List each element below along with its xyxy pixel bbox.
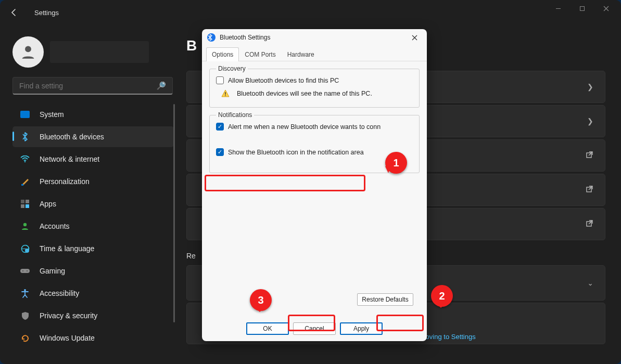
restore-defaults-button[interactable]: Restore Defaults	[357, 293, 413, 306]
svg-rect-12	[20, 269, 30, 273]
wifi-icon	[20, 154, 30, 164]
shield-icon	[20, 310, 30, 321]
notifications-legend: Notifications	[216, 111, 254, 119]
svg-point-15	[24, 289, 26, 291]
avatar	[12, 36, 44, 68]
sidebar-item-label: Network & internet	[40, 155, 99, 163]
restore-defaults: Restore Defaults	[357, 293, 413, 306]
svg-rect-20	[225, 95, 225, 96]
sidebar-item-gaming[interactable]: Gaming	[12, 261, 174, 281]
titlebar: Settings	[0, 0, 621, 25]
app-title: Settings	[34, 9, 59, 17]
svg-point-14	[27, 270, 28, 271]
chevron-right-icon: ❯	[587, 83, 593, 91]
search-icon: 🔍	[156, 81, 166, 90]
ok-button[interactable]: OK	[246, 322, 289, 335]
callout-number: 3	[258, 294, 263, 306]
sidebar-item-label: Accessibility	[40, 289, 79, 297]
svg-point-2	[25, 46, 31, 52]
open-external-icon	[586, 151, 593, 161]
sidebar-item-label: Personalization	[40, 177, 90, 186]
sidebar-item-time[interactable]: Time & language	[12, 238, 174, 259]
search-input[interactable]	[19, 82, 156, 90]
sidebar-item-accounts[interactable]: Accounts	[12, 216, 174, 237]
cancel-button[interactable]: Cancel	[293, 322, 336, 335]
allow-discovery-checkbox[interactable]: Allow Bluetooth devices to find this PC	[216, 76, 413, 84]
discovery-group: Discovery Allow Bluetooth devices to fin…	[209, 69, 420, 108]
svg-rect-5	[21, 200, 24, 203]
gamepad-icon	[20, 266, 30, 276]
sidebar-item-bluetooth[interactable]: Bluetooth & devices	[12, 126, 174, 147]
svg-rect-1	[580, 6, 584, 10]
minimize-button[interactable]	[546, 0, 570, 17]
bluetooth-icon	[20, 132, 30, 142]
checkbox-icon: ✓	[216, 148, 224, 156]
bluetooth-icon	[207, 33, 216, 42]
discovery-legend: Discovery	[216, 65, 248, 72]
checkbox-label: Alert me when a new Bluetooth device wan…	[228, 123, 381, 131]
dialog-close-button[interactable]	[407, 30, 422, 45]
chevron-right-icon: ❯	[587, 117, 593, 125]
apply-button[interactable]: Apply	[340, 322, 383, 335]
dialog-action-buttons: OK Cancel Apply	[202, 322, 427, 335]
chevron-up-icon: ⌃	[587, 279, 593, 287]
svg-point-3	[24, 161, 26, 162]
callout-1: 1	[385, 152, 407, 174]
close-button[interactable]	[594, 0, 618, 17]
sidebar: 🔍 System Bluetooth & devices Network & i…	[12, 36, 174, 350]
bluetooth-settings-dialog: Bluetooth Settings Options COM Ports Har…	[202, 29, 427, 341]
checkbox-label: Allow Bluetooth devices to find this PC	[228, 77, 339, 84]
globe-clock-icon	[20, 243, 30, 254]
svg-rect-6	[26, 200, 29, 203]
tab-hardware[interactable]: Hardware	[282, 47, 320, 61]
alert-new-device-checkbox[interactable]: ✓ Alert me when a new Bluetooth device w…	[216, 123, 413, 131]
svg-rect-4	[21, 184, 23, 186]
sidebar-item-apps[interactable]: Apps	[12, 193, 174, 214]
checkbox-icon: ✓	[216, 123, 224, 131]
sidebar-item-label: Privacy & security	[40, 311, 97, 320]
sidebar-item-privacy[interactable]: Privacy & security	[12, 305, 174, 326]
sidebar-item-network[interactable]: Network & internet	[12, 149, 174, 170]
discovery-note-text: Bluetooth devices will see the name of t…	[237, 90, 372, 97]
back-button[interactable]	[5, 4, 23, 21]
dialog-tabs: Options COM Ports Hardware	[202, 47, 427, 61]
sidebar-item-label: Windows Update	[40, 334, 95, 342]
show-bt-icon-checkbox[interactable]: ✓ Show the Bluetooth icon in the notific…	[216, 148, 413, 156]
sidebar-item-label: Time & language	[40, 244, 94, 253]
nav: System Bluetooth & devices Network & int…	[12, 104, 174, 348]
sidebar-item-label: Accounts	[40, 222, 70, 230]
dialog-title: Bluetooth Settings	[220, 34, 407, 41]
sidebar-item-accessibility[interactable]: Accessibility	[12, 283, 174, 304]
update-icon	[20, 333, 30, 343]
settings-window: Settings 🔍 System	[0, 0, 621, 364]
svg-point-11	[25, 249, 29, 253]
svg-point-9	[23, 223, 27, 226]
callout-number: 1	[393, 157, 399, 169]
sidebar-item-system[interactable]: System	[12, 104, 174, 125]
tab-com-ports[interactable]: COM Ports	[239, 47, 281, 61]
svg-point-13	[22, 270, 23, 271]
warning-icon	[221, 89, 230, 98]
sidebar-item-label: Gaming	[40, 267, 65, 275]
svg-rect-19	[225, 92, 225, 95]
discovery-note: Bluetooth devices will see the name of t…	[221, 89, 413, 98]
apps-icon	[20, 199, 30, 209]
svg-rect-7	[21, 204, 24, 208]
search-box[interactable]: 🔍	[12, 77, 173, 95]
sidebar-item-personalization[interactable]: Personalization	[12, 171, 174, 192]
nav-scrollbar[interactable]	[173, 104, 175, 322]
person-icon	[20, 221, 30, 231]
profile-info-redacted	[50, 41, 149, 63]
tab-options[interactable]: Options	[206, 47, 239, 61]
sidebar-item-update[interactable]: Windows Update	[12, 328, 174, 348]
open-external-icon	[586, 185, 593, 195]
maximize-button[interactable]	[570, 0, 594, 17]
callout-number: 2	[439, 290, 445, 302]
open-external-icon	[586, 219, 593, 229]
paintbrush-icon	[20, 176, 30, 187]
sidebar-item-label: Bluetooth & devices	[40, 133, 104, 141]
dialog-titlebar: Bluetooth Settings	[202, 29, 427, 46]
profile[interactable]	[12, 36, 174, 68]
checkbox-icon	[216, 76, 224, 84]
sidebar-item-label: System	[40, 110, 64, 119]
